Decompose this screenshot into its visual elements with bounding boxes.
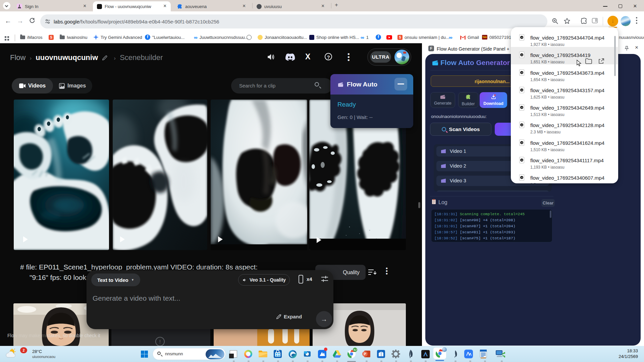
svg-text:P: P (364, 352, 366, 356)
